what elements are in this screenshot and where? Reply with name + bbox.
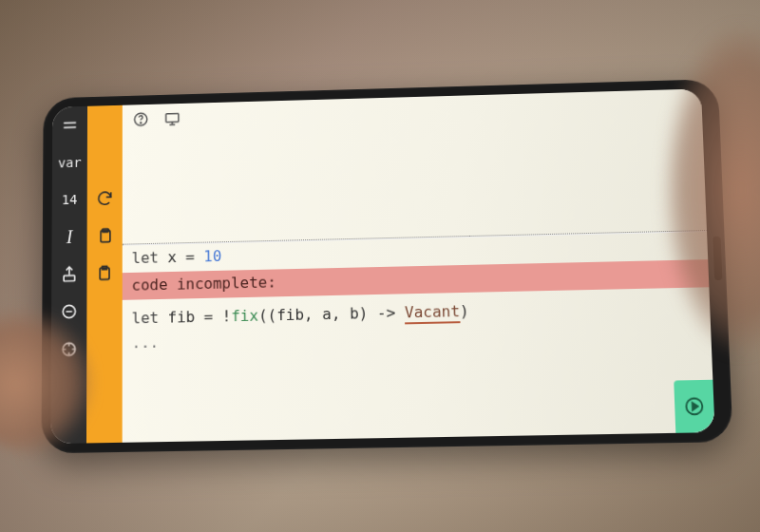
editor-blank-area[interactable]: [123, 119, 707, 244]
run-button[interactable]: [674, 380, 714, 433]
editor-pane: let x = 10 code incomplete: let fib = !f…: [123, 88, 715, 442]
vacant-hole[interactable]: Vacant: [405, 302, 461, 324]
redo-icon[interactable]: [92, 186, 118, 211]
sidebar: var 14 I: [50, 105, 122, 444]
sidebar-col-orange: [86, 105, 123, 444]
keyword-let: let: [132, 249, 159, 267]
italic-icon[interactable]: I: [56, 224, 82, 249]
mode-label[interactable]: var: [57, 150, 83, 175]
line-number: 14: [57, 187, 83, 212]
svg-point-10: [141, 123, 142, 124]
display-icon[interactable]: [163, 109, 182, 128]
settings-icon[interactable]: [56, 336, 83, 361]
app-screen: var 14 I: [50, 88, 714, 444]
code-text: fib = !: [159, 307, 231, 327]
keyword-let: let: [132, 309, 160, 327]
svg-rect-11: [166, 113, 179, 122]
code-text: ((fib, a, b) ->: [258, 303, 405, 324]
help-icon[interactable]: [132, 110, 150, 129]
phone-frame: var 14 I: [41, 79, 732, 453]
function-name: fix: [231, 306, 258, 325]
clipboard-icon[interactable]: [91, 223, 117, 248]
svg-rect-2: [64, 276, 74, 281]
remove-icon[interactable]: [56, 299, 83, 324]
menu-icon[interactable]: [57, 114, 83, 139]
editor-body[interactable]: let x = 10 code incomplete: let fib = !f…: [123, 119, 715, 443]
code-text: ): [460, 301, 469, 319]
export-icon[interactable]: [56, 261, 82, 286]
paste-icon[interactable]: [91, 260, 117, 285]
sidebar-col-dark: var 14 I: [50, 106, 87, 444]
bezel-notch: [712, 237, 722, 280]
code-text: x =: [159, 248, 203, 267]
number-literal: 10: [203, 247, 221, 265]
svg-marker-15: [693, 403, 698, 410]
